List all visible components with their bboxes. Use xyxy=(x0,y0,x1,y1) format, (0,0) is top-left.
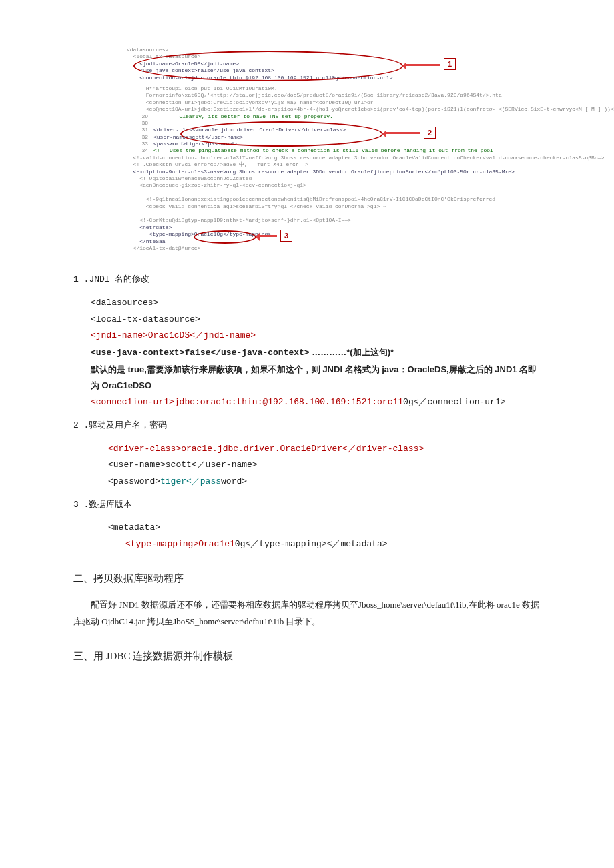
pw-b: tiger<／pass xyxy=(160,476,221,486)
ss-line: <type-mapping>Oracle10g</type-mapping> xyxy=(127,231,541,238)
line-user: <user-name>scott<／user-name> xyxy=(73,457,541,474)
ss-line: <connection-url>jdbc:OreC1c:oci:yonxov'y… xyxy=(127,99,541,106)
ss-line xyxy=(127,210,541,217)
ellipse-3 xyxy=(194,230,256,244)
sec3-title: 3 .数据库版本 xyxy=(73,497,541,514)
ellipse-1 xyxy=(133,51,403,81)
conn-url-tail: 0g<／connection-ur1> xyxy=(403,397,505,407)
line-use-java-context: <use-java-context>fa1se</use-java-contex… xyxy=(73,344,541,362)
sec2-title: 2 .驱动及用户名，密码 xyxy=(73,418,541,434)
pw-a: <password> xyxy=(108,476,160,486)
ss-line: Fornorcinfo\xat60Q,'<http://sta.or|jc1c.… xyxy=(127,92,541,99)
line-localtx: <local-tx-datasource> xyxy=(73,312,541,328)
ss-line: <!-9q1toca11whenacewacconnJcCZcated xyxy=(127,175,541,182)
ss-line: <exclption-9orter-cles3-nave>org.3bocs.r… xyxy=(127,169,541,175)
numbox-2: 2 xyxy=(424,127,436,139)
use-java-context-note: …………*(加上这句)* xyxy=(312,347,394,357)
line-jndi: <jndi-name>Orac1cDS<／jndi-name> xyxy=(73,328,541,344)
line-password: <password>tiger<／password> xyxy=(73,474,541,490)
para-copy-driver: 配置好 JND1 数据源后还不够，还需要将相应数据库的驱动程序拷贝至Jboss_… xyxy=(73,597,541,630)
line-default-note: 默认的是 true,需要添加该行来屏蔽该项，如果不加这个，则 JNDI 名格式为… xyxy=(73,362,541,394)
ss-line: H*'artcoup1-o1cb put-1b1-OC1CMf19urat10M… xyxy=(127,85,541,92)
conn-url-red: <connec1ion-ur1>jdbc:orac1c:thin:@192.16… xyxy=(91,397,403,407)
config-screenshot: 1 2 3 <datasources> <local-tx-datasource… xyxy=(127,47,541,252)
pw-c: word> xyxy=(221,476,247,486)
ss-line: 29 Clearly, its better to have TNS set u… xyxy=(127,113,541,120)
ss-line: </nteSaa xyxy=(127,238,541,245)
line-driver: <driver-class>orac1e.jdbc.driver.Orac1eD… xyxy=(73,441,541,458)
numbox-1: 1 xyxy=(444,58,456,70)
sec1-title: 1 .JNDI 名的修改 xyxy=(73,272,541,288)
arrow-3 xyxy=(257,235,277,237)
heading-copy-driver: 二、拷贝数据库驱动程序 xyxy=(73,569,541,588)
numbox-3: 3 xyxy=(280,230,292,242)
ss-line: <coQnect10A-url>jdbc:0xct1:zec1xl'/dc-cr… xyxy=(127,106,541,113)
document-page: 1 2 3 <datasources> <local-tx-datasource… xyxy=(0,0,614,741)
ss-line: <!-.Cbecksth-Orvc1-errorco/>adBe 中, furt… xyxy=(127,161,541,168)
ss-line: </1ocA1-tx-datβMurce> xyxy=(127,245,541,252)
ss-line: <aen8neceuce→g1xzoe-zhitr-ry-ql-<oev-con… xyxy=(127,182,541,189)
ss-line: <!-va1id-connection-chcc1rer-c1a3lT-naff… xyxy=(127,155,541,161)
line-connection-url: <connec1ion-ur1>jdbc:orac1c:thin:@192.16… xyxy=(73,394,541,411)
line-type-mapping: <type-mapping>Orac1e10g<／type-mapping><／… xyxy=(73,536,541,553)
body-text: 1 .JNDI 名的修改 <dalasources> <local-tx-dat… xyxy=(73,272,541,665)
use-java-context-tag: <use-java-context>fa1se</use-java-contex… xyxy=(91,348,310,358)
ss-line: <netrdata> xyxy=(127,224,541,231)
type-a: <type-mapping>Orac1e1 xyxy=(125,539,235,549)
ss-line: 34<!-- Uses the pingDatabase method to c… xyxy=(127,147,541,154)
arrow-2 xyxy=(384,132,420,134)
line-datasources: <dalasources> xyxy=(73,295,541,312)
arrow-1 xyxy=(404,64,440,66)
type-b: 0g<／type-mapping><／metadata> xyxy=(235,539,388,549)
line-metadata: <metadata> xyxy=(73,520,541,536)
ss-line: <!-CorKtpuQdiDgtyp-napp1D9:nth>t-Mardjbo… xyxy=(127,217,541,224)
ellipse-2 xyxy=(180,121,383,147)
ss-line: <!-9q1tnca11onanoxexist1ngpoo1edccnnecto… xyxy=(127,196,541,203)
ss-line xyxy=(127,189,541,196)
heading-jdbc-template: 三、用 JDBC 连接数据源并制作模板 xyxy=(73,646,541,666)
ss-line: <cbeck-va11d-connentica-aq1>sceearb10ftr… xyxy=(127,203,541,210)
